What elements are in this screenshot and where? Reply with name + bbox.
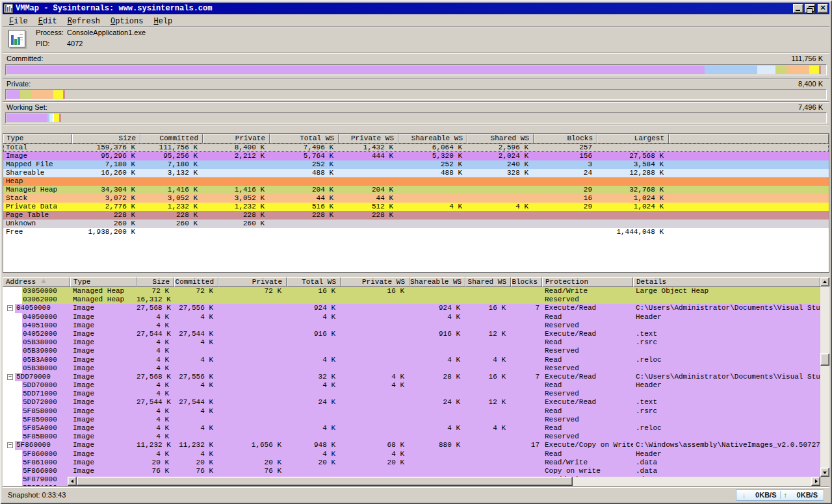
region-row-5F860000[interactable]: 5F860000Image4 K4 K4 K4 KReadHeader [3,450,829,459]
cell-shareable-ws [398,228,467,236]
address-text: 5F859000 [23,416,57,424]
divider [3,101,829,103]
col-type[interactable]: Type [3,134,72,144]
cell-total-ws: 204 K [270,186,339,194]
col-type[interactable]: Type [70,277,136,287]
summary-row-shareable[interactable]: Shareable16,260 K3,132 K488 K488 K328 K2… [3,169,829,177]
committed-value: 111,756 K [791,55,823,63]
region-row-04050000[interactable]: 04050000Image27,568 K27,556 K924 K924 K1… [3,304,829,312]
cell-size: 4 K [136,407,174,416]
col-details[interactable]: Details [633,277,820,287]
col-private-ws[interactable]: Private WS [341,277,410,287]
summary-row-private-data[interactable]: Private Data2,776 K1,232 K1,232 K516 K51… [3,203,829,211]
region-row-5F860000[interactable]: 5F860000Image11,232 K11,232 K1,656 K948 … [3,441,829,449]
address-text: 5F87A000 [23,484,57,486]
summary-row-unknown[interactable]: Unknown260 K260 K260 K [3,220,829,228]
close-button[interactable] [818,4,828,13]
summary-row-free[interactable]: Free1,938,200 K1,444,048 K [3,228,829,236]
cell-protection: Read [542,381,633,390]
col-committed[interactable]: Committed [140,134,203,144]
region-row-04051000[interactable]: 04051000Image4 KReserved [3,321,829,330]
horizontal-scrollbar[interactable] [68,477,820,486]
cell-type: Mapped File [3,160,72,169]
region-row-05B39000[interactable]: 05B39000Image4 KReserved [3,347,829,355]
col-private-ws[interactable]: Private WS [339,134,398,144]
cell-size: 4 K [136,364,174,373]
tree-indent [3,390,22,398]
summary-row-managed-heap[interactable]: Managed Heap34,304 K1,416 K1,416 K204 K2… [3,186,829,194]
vertical-scroll-thumb[interactable] [820,353,829,366]
summary-row-heap[interactable]: Heap [3,177,829,186]
cell-shared-ws [465,441,511,449]
address-text: 5F860000 [23,450,57,459]
upload-speed: 0KB/S [790,491,818,499]
col-shareable-ws[interactable]: Shareable WS [410,277,465,287]
cell-details: .data [633,467,820,475]
cell-private [218,398,287,407]
col-total-ws[interactable]: Total WS [287,277,341,287]
col-shareable-ws[interactable]: Shareable WS [398,134,467,144]
region-row-03050000[interactable]: 03050000Managed Heap72 K72 K72 K16 K16 K… [3,287,829,296]
col-blocks[interactable]: Blocks [534,134,597,144]
cell-size: 1,938,200 K [72,228,140,236]
scroll-up-button[interactable] [820,277,829,286]
region-row-5F85A000[interactable]: 5F85A000Image4 K4 K4 K4 K4 KRead.reloc [3,424,829,433]
region-row-04050000[interactable]: 04050000Image4 K4 K4 K4 KReadHeader [3,313,829,321]
region-row-03062000[interactable]: 03062000Managed Heap16,312 KReserved [3,296,829,304]
collapse-toggle-icon[interactable] [7,305,13,311]
region-row-5F858000[interactable]: 5F858000Image4 K4 KRead.rsrc [3,407,829,416]
scroll-left-button[interactable] [68,477,77,486]
region-row-5DD70000[interactable]: 5DD70000Image27,568 K27,556 K32 K4 K28 K… [3,373,829,381]
region-row-5F85B000[interactable]: 5F85B000Image4 KReserved [3,433,829,441]
cell-private [218,364,287,373]
region-row-5DD71000[interactable]: 5DD71000Image4 KReserved [3,390,829,398]
cell-shareable-ws [410,364,465,373]
region-row-5F859000[interactable]: 5F859000Image4 KReserved [3,416,829,424]
scroll-right-button[interactable] [811,477,820,486]
region-row-05B3A000[interactable]: 05B3A000Image4 K4 K4 K4 K4 KRead.reloc [3,356,829,364]
region-row-05B3B000[interactable]: 05B3B000Image4 KReserved [3,364,829,373]
col-private[interactable]: Private [203,134,270,144]
cell-shareable-ws: 4 K [410,356,465,364]
col-protection[interactable]: Protection [542,277,633,287]
scroll-down-button[interactable] [820,468,829,477]
region-row-5F861000[interactable]: 5F861000Image20 K20 K20 K20 K20 KRead/Wr… [3,459,829,467]
vertical-scrollbar[interactable] [820,277,829,477]
cell-private-ws: 4 K [341,450,410,459]
col-size[interactable]: Size [136,277,174,287]
region-row-04052000[interactable]: 04052000Image27,544 K27,544 K916 K916 K1… [3,330,829,338]
col-blocks[interactable]: Blocks [511,277,542,287]
col-private[interactable]: Private [218,277,287,287]
cell-size: 4 K [136,381,174,390]
col-total-ws[interactable]: Total WS [270,134,339,144]
col-shared-ws[interactable]: Shared WS [465,277,511,287]
download-speed: 0KB/S [749,491,777,499]
region-row-5F866000[interactable]: 5F866000Image76 K76 K76 KCopy on write.d… [3,467,829,475]
tree-indent [3,364,22,373]
col-shared-ws[interactable]: Shared WS [467,134,534,144]
cell-type: Image [70,433,136,441]
region-row-5DD72000[interactable]: 5DD72000Image27,544 K27,544 K24 K24 K12 … [3,398,829,407]
col-size[interactable]: Size [72,134,140,144]
region-row-05B38000[interactable]: 05B38000Image4 K4 KRead.rsrc [3,338,829,347]
col-largest[interactable]: Largest [597,134,669,144]
restore-button[interactable] [805,4,815,13]
col-committed[interactable]: Committed [174,277,218,287]
col-address[interactable]: Address [3,277,70,287]
collapse-toggle-icon[interactable] [7,442,13,448]
summary-row-page-table[interactable]: Page Table228 K228 K228 K228 K228 K [3,211,829,220]
horizontal-scroll-thumb[interactable] [77,477,573,486]
minimize-button[interactable] [793,4,803,13]
cell-shared-ws: 12 K [465,398,511,407]
summary-row-image[interactable]: Image95,296 K95,256 K2,212 K5,764 K444 K… [3,152,829,160]
summary-row-stack[interactable]: Stack3,072 K3,052 K3,052 K44 K44 K161,02… [3,194,829,203]
cell-blocks [511,407,542,416]
cell-blocks [511,338,542,347]
collapse-toggle-icon[interactable] [7,374,13,380]
summary-row-mapped-file[interactable]: Mapped File7,180 K7,180 K252 K252 K240 K… [3,160,829,169]
cell-blocks [511,313,542,321]
region-row-5DD70000[interactable]: 5DD70000Image4 K4 K4 K4 KReadHeader [3,381,829,390]
cell-address: 5F85B000 [3,433,70,441]
summary-row-total[interactable]: Total159,376 K111,756 K8,400 K7,496 K1,4… [3,144,829,152]
cell-type: Image [70,338,136,347]
